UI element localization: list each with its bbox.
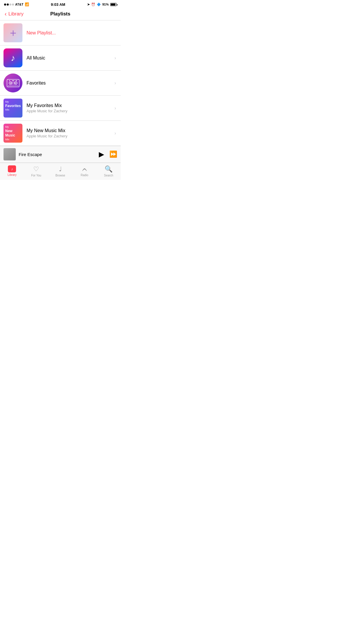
favorites-info: Favorites — [27, 80, 112, 86]
browse-icon: ♩ — [59, 165, 62, 173]
favorites-chevron-icon: › — [115, 80, 116, 86]
tab-radio-label: Radio — [81, 174, 88, 177]
new-mix-thumb: My New Music Mix — [3, 124, 22, 143]
new-mix-subtitle: Apple Music for Zachery — [27, 134, 112, 138]
battery-fill — [111, 4, 115, 6]
all-music-info: All Music — [27, 55, 112, 61]
playlist-item-new-music-mix[interactable]: My New Music Mix My New Music Mix Apple … — [0, 121, 121, 146]
status-time: 9:03 AM — [51, 2, 65, 7]
tab-library-label: Library — [8, 173, 17, 176]
playlist-item-all-music[interactable]: ♪ All Music › — [0, 46, 121, 71]
page-title: Playlists — [50, 11, 71, 17]
mini-player[interactable]: Fire Escape ▶ ⏩ — [0, 146, 121, 163]
signal-dots — [4, 4, 14, 6]
back-chevron-icon: ‹ — [5, 10, 7, 17]
library-icon-inner: ♪ — [11, 167, 13, 171]
back-label: Library — [8, 11, 24, 17]
back-button[interactable]: ‹ Library — [5, 10, 24, 17]
bluetooth-icon: 🔷 — [97, 3, 101, 6]
favorites-thumb — [3, 74, 22, 92]
alarm-icon: ⏰ — [91, 3, 95, 6]
tab-search[interactable]: 🔍 Search — [96, 165, 121, 177]
fav-mix-art-text: My Favorites Mix — [5, 100, 21, 112]
tab-radio[interactable]: Radio — [72, 165, 96, 177]
radio-waves-icon — [81, 165, 88, 171]
status-bar: AT&T 📶 9:03 AM ➤ ⏰ 🔷 91% — [0, 0, 121, 8]
mini-album-art-image — [3, 148, 16, 160]
svg-rect-8 — [12, 80, 14, 81]
new-playlist-icon: ＋ — [3, 23, 22, 42]
mini-song-title: Fire Escape — [19, 152, 99, 157]
dot-3 — [9, 4, 11, 6]
battery-icon — [110, 3, 117, 6]
fav-mix-thumb: My Favorites Mix — [3, 99, 22, 118]
fav-mix-art: My Favorites Mix — [3, 99, 22, 118]
new-playlist-info: New Playlist... — [27, 30, 116, 36]
dot-4 — [12, 4, 14, 6]
svg-point-3 — [10, 83, 11, 84]
fav-mix-title: My Favorites Mix — [27, 103, 112, 108]
location-icon: ➤ — [87, 3, 90, 6]
tab-for-you-label: For You — [31, 174, 41, 177]
new-mix-info: My New Music Mix Apple Music for Zachery — [27, 128, 112, 138]
fav-mix-chevron-icon: › — [115, 106, 116, 111]
tab-browse-label: Browse — [55, 174, 65, 177]
library-icon: ♪ — [8, 165, 16, 172]
playlist-list: ＋ New Playlist... ♪ All Music › — [0, 20, 121, 146]
favorites-title: Favorites — [27, 80, 46, 85]
new-playlist-thumb: ＋ — [3, 23, 22, 42]
svg-rect-9 — [15, 80, 17, 81]
fav-mix-info: My Favorites Mix Apple Music for Zachery — [27, 103, 112, 113]
all-music-icon: ♪ — [3, 48, 22, 67]
favorites-icon — [3, 74, 22, 92]
tab-search-label: Search — [104, 174, 113, 177]
battery-percent: 91% — [102, 3, 109, 6]
all-music-thumb: ♪ — [3, 48, 22, 67]
playlist-item-favorites[interactable]: Favorites › — [0, 71, 121, 96]
plus-icon: ＋ — [8, 26, 18, 40]
svg-rect-7 — [9, 80, 10, 81]
new-mix-art: My New Music Mix — [3, 124, 22, 143]
tab-for-you[interactable]: ♡ For You — [24, 165, 48, 177]
new-mix-chevron-icon: › — [115, 131, 116, 136]
svg-point-4 — [15, 83, 16, 84]
playlist-item-fav-mix[interactable]: My Favorites Mix My Favorites Mix Apple … — [0, 96, 121, 121]
tab-library[interactable]: ♪ Library — [0, 165, 24, 177]
all-music-chevron-icon: › — [115, 55, 116, 61]
search-icon: 🔍 — [105, 165, 113, 173]
for-you-icon: ♡ — [33, 165, 39, 173]
playlist-item-new-playlist[interactable]: ＋ New Playlist... — [0, 20, 121, 46]
new-playlist-title: New Playlist... — [27, 30, 56, 35]
nav-header: ‹ Library Playlists — [0, 8, 121, 20]
tab-bar: ♪ Library ♡ For You ♩ Browse Radio 🔍 Sea… — [0, 163, 121, 180]
all-music-title: All Music — [27, 55, 45, 60]
fast-forward-button[interactable]: ⏩ — [109, 150, 117, 158]
new-mix-title: My New Music Mix — [27, 128, 112, 133]
play-button[interactable]: ▶ — [99, 150, 104, 158]
mini-album-art — [3, 148, 16, 160]
wifi-icon: 📶 — [25, 2, 29, 6]
status-left: AT&T 📶 — [4, 2, 29, 6]
music-note-icon: ♪ — [11, 53, 15, 63]
mini-controls: ▶ ⏩ — [99, 150, 117, 158]
fav-mix-subtitle: Apple Music for Zachery — [27, 109, 112, 113]
tab-browse[interactable]: ♩ Browse — [48, 165, 73, 177]
radio-icon — [81, 165, 88, 173]
status-right: ➤ ⏰ 🔷 91% — [87, 3, 117, 6]
dot-2 — [7, 4, 9, 6]
carrier-label: AT&T — [15, 3, 24, 6]
new-mix-art-text: My New Music Mix — [5, 125, 21, 141]
cassette-svg — [7, 79, 20, 88]
dot-1 — [4, 4, 6, 6]
